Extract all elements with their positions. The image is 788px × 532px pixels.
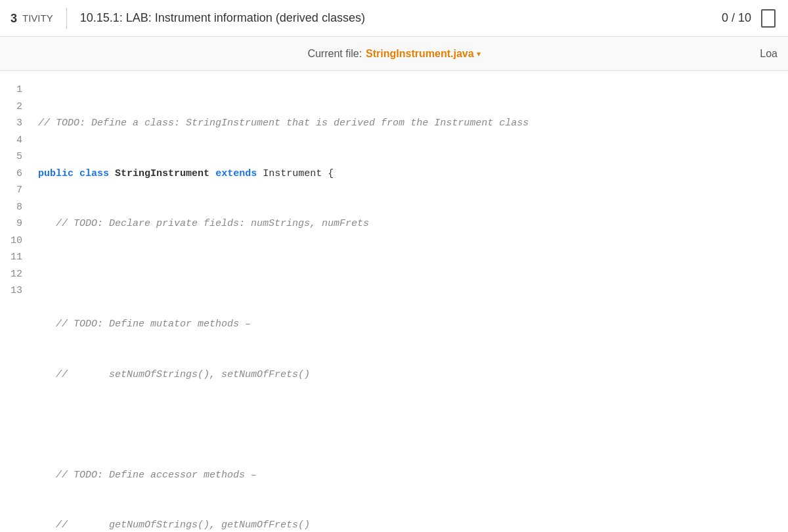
line-num-7: 7: [11, 182, 22, 199]
line-num-1: 1: [11, 81, 22, 99]
line-num-8: 8: [11, 199, 22, 216]
line-num-10: 10: [11, 233, 22, 250]
lab-title: 10.15.1: LAB: Instrument information (de…: [80, 11, 365, 25]
current-file-label: Current file:: [307, 48, 362, 60]
line-num-6: 6: [11, 166, 22, 183]
line-num-12: 12: [11, 266, 22, 283]
bookmark-icon[interactable]: [759, 8, 777, 29]
line-num-11: 11: [11, 249, 22, 266]
code-line-2: public class StringInstrument extends In…: [38, 166, 777, 183]
code-line-4: [38, 266, 777, 283]
line-numbers: 1 2 3 4 5 6 7 8 9 10 11 12 13: [0, 81, 28, 532]
header-bar: 3 TIVITY 10.15.1: LAB: Instrument inform…: [0, 0, 788, 37]
code-lines: // TODO: Define a class: StringInstrumen…: [28, 81, 788, 532]
line-num-2: 2: [11, 99, 22, 116]
code-container: 1 2 3 4 5 6 7 8 9 10 11 12 13 // TODO: D…: [0, 76, 788, 532]
line-num-4: 4: [11, 132, 22, 149]
line-num-5: 5: [11, 148, 22, 166]
line-num-3: 3: [11, 115, 22, 132]
code-line-3: // TODO: Declare private fields: numStri…: [38, 215, 777, 233]
line-num-9: 9: [11, 215, 22, 233]
svg-rect-0: [762, 10, 775, 27]
code-line-7: [38, 416, 777, 433]
header-left: 3 TIVITY 10.15.1: LAB: Instrument inform…: [11, 8, 365, 29]
code-editor[interactable]: 1 2 3 4 5 6 7 8 9 10 11 12 13 // TODO: D…: [0, 71, 788, 532]
activity-label: TIVITY: [22, 13, 53, 23]
line-num-13: 13: [11, 282, 22, 299]
code-line-5: // TODO: Define mutator methods –: [38, 316, 777, 333]
header-right: 0 / 10: [722, 8, 777, 29]
code-line-8: // TODO: Define accessor methods –: [38, 467, 777, 484]
code-line-1: // TODO: Define a class: StringInstrumen…: [38, 115, 777, 132]
header-divider: [66, 8, 67, 29]
load-button[interactable]: Loa: [760, 48, 777, 60]
code-line-6: // setNumOfStrings(), setNumOfFrets(): [38, 366, 777, 384]
score-display: 0 / 10: [722, 11, 751, 25]
from-keyword: from: [381, 118, 405, 129]
file-dropdown-icon[interactable]: ▾: [477, 49, 481, 58]
file-bar: Current file: StringInstrument.java ▾ Lo…: [0, 37, 788, 71]
current-file-name[interactable]: StringInstrument.java: [366, 48, 473, 60]
activity-number: 3: [11, 12, 17, 24]
code-line-9: // getNumOfStrings(), getNumOfFrets(): [38, 517, 777, 532]
